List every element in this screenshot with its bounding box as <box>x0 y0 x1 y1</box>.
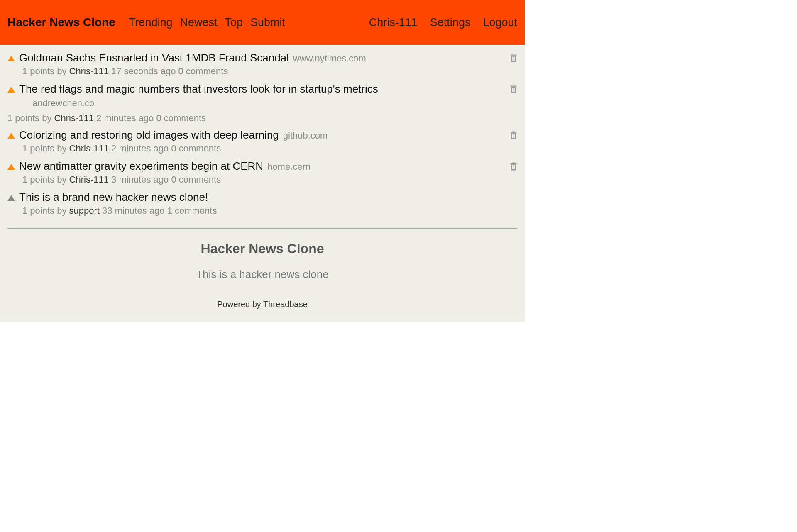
nav-left: Trending Newest Top Submit <box>129 16 285 29</box>
nav-right: Chris-111 Settings Logout <box>369 16 517 29</box>
post-meta: 1 points by support 33 minutes ago 1 com… <box>7 204 517 219</box>
trash-icon[interactable] <box>510 161 517 172</box>
post-time[interactable]: 2 minutes ago <box>111 143 169 154</box>
nav-newest[interactable]: Newest <box>180 16 217 29</box>
footer-subtitle: This is a hacker news clone <box>0 268 525 281</box>
post-author[interactable]: Chris-111 <box>69 143 109 154</box>
post-domain[interactable]: github.com <box>283 130 328 141</box>
site-title[interactable]: Hacker News Clone <box>7 16 115 29</box>
post-by: by <box>57 143 66 154</box>
post-by: by <box>57 66 66 76</box>
post-points: 1 points <box>22 143 54 154</box>
post-item: Goldman Sachs Ensnarled in Vast 1MDB Fra… <box>0 49 525 80</box>
post-author[interactable]: Chris-111 <box>69 174 109 185</box>
nav-settings[interactable]: Settings <box>430 16 471 29</box>
trash-icon[interactable] <box>510 53 517 64</box>
footer-title: Hacker News Clone <box>0 241 525 256</box>
post-comments[interactable]: 0 comments <box>171 174 221 185</box>
post-by: by <box>57 205 66 216</box>
nav-submit[interactable]: Submit <box>250 16 285 29</box>
upvote-icon[interactable] <box>7 56 15 61</box>
post-points: 1 points <box>22 174 54 185</box>
nav-username[interactable]: Chris-111 <box>369 16 418 29</box>
trash-icon[interactable] <box>510 84 517 95</box>
post-title[interactable]: New antimatter gravity experiments begin… <box>19 160 263 173</box>
post-time[interactable]: 3 minutes ago <box>111 174 169 185</box>
nav-top[interactable]: Top <box>225 16 243 29</box>
post-item: This is a brand new hacker news clone! 1… <box>0 188 525 220</box>
post-comments[interactable]: 0 comments <box>178 66 228 76</box>
post-time[interactable]: 2 minutes ago <box>96 113 154 123</box>
post-author[interactable]: Chris-111 <box>54 113 94 123</box>
trash-icon[interactable] <box>510 130 517 141</box>
post-title[interactable]: This is a brand new hacker news clone! <box>19 191 208 204</box>
nav-trending[interactable]: Trending <box>129 16 173 29</box>
post-author[interactable]: Chris-111 <box>69 66 109 76</box>
upvote-icon[interactable] <box>7 195 15 201</box>
post-by: by <box>57 174 66 185</box>
post-meta: 1 points by Chris-111 3 minutes ago 0 co… <box>7 173 517 188</box>
post-title[interactable]: Colorizing and restoring old images with… <box>19 129 279 142</box>
footer-powered[interactable]: Powered by Threadbase <box>0 300 525 309</box>
post-meta: 1 points by Chris-111 2 minutes ago 0 co… <box>7 142 517 156</box>
post-domain[interactable]: home.cern <box>267 161 310 172</box>
post-title[interactable]: The red flags and magic numbers that inv… <box>19 83 378 95</box>
upvote-icon[interactable] <box>7 87 15 93</box>
post-points: 1 points <box>22 205 54 216</box>
post-time[interactable]: 17 seconds ago <box>111 66 176 76</box>
post-domain[interactable]: www.nytimes.com <box>293 53 366 64</box>
post-comments[interactable]: 0 comments <box>156 113 206 123</box>
post-author[interactable]: support <box>69 205 100 216</box>
post-item: New antimatter gravity experiments begin… <box>0 157 525 188</box>
footer: Hacker News Clone This is a hacker news … <box>0 229 525 322</box>
upvote-icon[interactable] <box>7 133 15 139</box>
post-by: by <box>42 113 51 123</box>
post-domain[interactable]: andrewchen.co <box>32 98 94 108</box>
post-comments[interactable]: 1 comments <box>167 205 217 216</box>
post-list: Goldman Sachs Ensnarled in Vast 1MDB Fra… <box>0 45 525 220</box>
upvote-icon[interactable] <box>7 164 15 170</box>
post-meta: 1 points by Chris-111 17 seconds ago 0 c… <box>7 64 517 79</box>
post-points: 1 points <box>22 66 54 76</box>
post-title[interactable]: Goldman Sachs Ensnarled in Vast 1MDB Fra… <box>19 51 289 64</box>
post-item: Colorizing and restoring old images with… <box>0 126 525 157</box>
header: Hacker News Clone Trending Newest Top Su… <box>0 0 525 45</box>
post-meta: 1 points by Chris-111 2 minutes ago 0 co… <box>0 111 525 126</box>
post-item: The red flags and magic numbers that inv… <box>0 80 525 111</box>
post-time[interactable]: 33 minutes ago <box>102 205 164 216</box>
post-points: 1 points <box>7 113 39 123</box>
nav-logout[interactable]: Logout <box>483 16 517 29</box>
post-comments[interactable]: 0 comments <box>171 143 221 154</box>
